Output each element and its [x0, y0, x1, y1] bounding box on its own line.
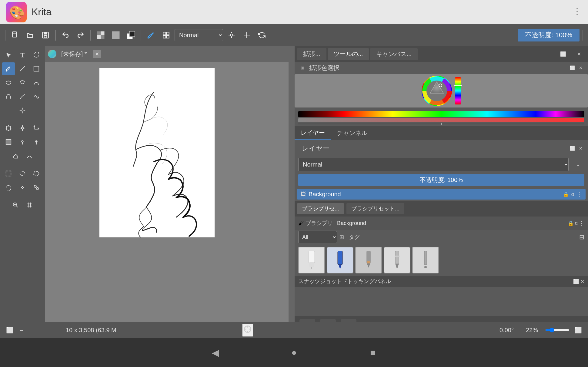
bezier-button[interactable]	[30, 76, 43, 89]
move-tool-button[interactable]	[16, 122, 29, 134]
status-expand-button[interactable]: ⬜	[574, 326, 582, 334]
brush-thumb-5[interactable]	[412, 247, 439, 273]
brush-row-btn[interactable]: ⋮	[579, 220, 584, 226]
svg-line-51	[16, 206, 18, 207]
layer-sort-button[interactable]: ⌄	[571, 158, 584, 171]
text-tool-button[interactable]	[16, 48, 29, 61]
refresh-button[interactable]	[255, 28, 269, 42]
svg-rect-6	[44, 35, 47, 38]
brush-thumb-2[interactable]	[327, 247, 353, 273]
tab-extensions[interactable]: 拡張...	[297, 48, 326, 60]
canvas-area[interactable]	[45, 62, 295, 338]
tab-canvas[interactable]: キャンバス...	[370, 48, 418, 60]
color-wheel-area[interactable]	[295, 74, 588, 107]
pattern1-button[interactable]	[94, 28, 107, 42]
smart-patch-button[interactable]	[30, 90, 43, 103]
svg-point-49	[36, 187, 38, 190]
recent-button[interactable]: ■	[364, 343, 382, 362]
svg-point-48	[34, 185, 36, 187]
drawing-canvas[interactable]	[99, 68, 215, 237]
calligraphy-button[interactable]	[16, 90, 29, 103]
close-panel-button[interactable]: ✕	[572, 47, 586, 61]
multibrush-button[interactable]	[16, 104, 29, 117]
document-tab-icon	[48, 50, 56, 58]
fg-bg-color-button[interactable]: ↔	[124, 28, 138, 42]
crop-tool-button[interactable]	[30, 122, 43, 134]
eraser-button[interactable]	[9, 150, 22, 162]
layer-settings-btn[interactable]: ⋮	[576, 191, 582, 198]
ellipse-selection-button[interactable]	[16, 167, 29, 180]
back-button[interactable]: ◀	[206, 343, 224, 362]
status-fit-button[interactable]: ↔	[18, 327, 25, 334]
freehand-select-button[interactable]	[30, 48, 43, 61]
rect-tool-button[interactable]	[30, 62, 43, 75]
saturation-bar[interactable]	[298, 118, 584, 122]
float-panel-button[interactable]: ⬜	[556, 47, 570, 61]
poly-selection-button[interactable]	[30, 167, 43, 180]
color-close-button[interactable]: ✕	[577, 64, 584, 71]
contiguous-selection-button[interactable]	[16, 181, 29, 194]
save-document-button[interactable]	[39, 28, 52, 42]
home-button[interactable]: ●	[285, 343, 303, 362]
eyedropper-button[interactable]	[16, 136, 29, 148]
layers-expand-btn[interactable]: ⬜	[569, 145, 576, 152]
transform-tool-button[interactable]	[2, 122, 15, 134]
freehand-selection-button[interactable]	[2, 181, 15, 194]
brush-thumb-1[interactable]	[298, 247, 325, 273]
select-tool-button[interactable]	[2, 48, 15, 61]
hue-bar[interactable]	[298, 111, 584, 117]
ellipse-tool-button[interactable]	[2, 76, 15, 89]
svg-point-73	[424, 266, 427, 268]
brush-thumb-4[interactable]	[384, 247, 410, 273]
layer-alpha-icon: α	[575, 220, 578, 226]
zoom-slider[interactable]	[545, 328, 570, 332]
paint-brush-button[interactable]	[2, 62, 15, 75]
eyedropper2-button[interactable]	[30, 136, 43, 148]
zoom-tool-button[interactable]	[9, 199, 22, 211]
brush-thumb-3[interactable]	[355, 247, 382, 273]
undo-button[interactable]	[59, 28, 72, 42]
color-expand-button[interactable]: ⬜	[569, 64, 576, 71]
svg-rect-69	[367, 261, 370, 263]
brush-grid-icon[interactable]: ⊞	[339, 234, 344, 240]
channels-tab-button[interactable]: チャンネル	[331, 127, 373, 140]
tab-tools[interactable]: ツールの...	[328, 48, 369, 60]
open-document-button[interactable]	[24, 28, 37, 42]
new-document-button[interactable]	[8, 28, 22, 42]
layers-close-btn[interactable]: ✕	[577, 145, 584, 152]
svg-text:🎨: 🎨	[9, 5, 25, 20]
snapping-expand-btn[interactable]: ⬜	[573, 279, 579, 284]
similar-selection-button[interactable]	[30, 181, 43, 194]
svg-rect-10	[101, 35, 105, 39]
document-tab-close-button[interactable]: ✕	[93, 50, 101, 58]
tag-grid-button[interactable]: ⊟	[579, 233, 584, 241]
blend-mode-select[interactable]: Normal Multiply Screen Overlay	[175, 29, 223, 41]
crosshair-status-button[interactable]	[242, 324, 253, 337]
snapping-close-btn[interactable]: ✕	[580, 279, 584, 284]
brush-presets-tab[interactable]: ブラシプリセ...	[297, 203, 344, 214]
layout-button[interactable]	[159, 28, 173, 42]
brush-tool-button[interactable]	[144, 28, 158, 42]
polygon-select-button[interactable]	[16, 76, 29, 89]
layer-opacity-bar[interactable]: 不透明度: 100%	[298, 174, 584, 186]
vertical-scrollbar[interactable]	[289, 62, 295, 332]
brush-presets-tab2[interactable]: ブラシプリセット...	[346, 203, 404, 214]
tool-row-5	[16, 104, 29, 117]
crosshair-button[interactable]	[240, 28, 253, 42]
line-tool-button[interactable]	[16, 62, 29, 75]
rect-selection-button[interactable]	[2, 167, 15, 180]
layers-tab-button[interactable]: レイヤー	[295, 126, 331, 140]
fill-tool-button[interactable]	[2, 136, 15, 148]
brush-filter-select[interactable]: All お気に入り 最近使用	[298, 231, 337, 243]
status-doc-button[interactable]: ⬜	[6, 326, 14, 334]
arc-tool-button[interactable]	[2, 90, 15, 103]
title-menu-button[interactable]: ⋮	[573, 6, 582, 16]
tools-extra-button[interactable]	[225, 28, 238, 42]
color-wheel[interactable]	[422, 76, 452, 106]
color-settings-button[interactable]: ⊞	[298, 64, 307, 72]
smudge-button[interactable]	[23, 150, 36, 162]
layer-blend-mode-select[interactable]: Normal Multiply Screen	[298, 158, 569, 171]
pattern2-button[interactable]	[109, 28, 122, 42]
pan-tool-button[interactable]	[23, 199, 36, 211]
redo-button[interactable]	[74, 28, 87, 42]
